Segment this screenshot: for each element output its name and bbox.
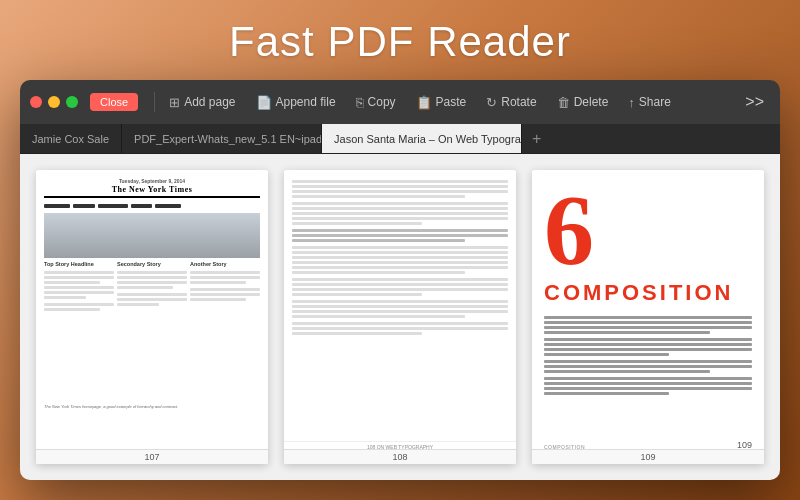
p108-b7-l2 bbox=[292, 327, 508, 330]
nyt-col2-l1 bbox=[117, 271, 187, 274]
append-file-icon: 📄 bbox=[256, 95, 272, 110]
p108-b5-l3 bbox=[292, 288, 508, 291]
nyt-col3-l4 bbox=[190, 288, 260, 291]
delete-button[interactable]: 🗑 Delete bbox=[549, 91, 617, 114]
comp-l1 bbox=[544, 316, 752, 319]
p108-block6 bbox=[292, 300, 508, 318]
p108-l1 bbox=[292, 180, 508, 183]
share-label: Share bbox=[639, 95, 671, 109]
p108-b4-l5 bbox=[292, 266, 508, 269]
nyt-col1-l3 bbox=[44, 281, 100, 284]
nyt-line bbox=[44, 204, 70, 208]
p108-block2 bbox=[292, 202, 508, 225]
p108-b4-l4 bbox=[292, 261, 508, 264]
close-button[interactable]: Close bbox=[90, 93, 138, 111]
nyt-col1-l7 bbox=[44, 303, 114, 306]
p108-l4 bbox=[292, 195, 465, 198]
p108-b7-l3 bbox=[292, 332, 422, 335]
p108-b7-l1 bbox=[292, 322, 508, 325]
copy-button[interactable]: ⎘ Copy bbox=[348, 91, 404, 114]
p108-block3 bbox=[292, 229, 508, 242]
nyt-col1-l4 bbox=[44, 286, 114, 289]
nyt-col2-l2 bbox=[117, 276, 187, 279]
nyt-col3-l5 bbox=[190, 293, 260, 296]
p108-b4-l3 bbox=[292, 256, 508, 259]
nyt-col3-title: Another Story bbox=[190, 261, 260, 269]
tab-jason-santa-maria[interactable]: Jason Santa Maria – On Web Typogra... ✕ bbox=[322, 124, 522, 153]
nyt-col2-l6 bbox=[117, 298, 187, 301]
app-window: Close ⊞ Add page 📄 Append file ⎘ Copy 📋 … bbox=[20, 80, 780, 480]
comp-l14 bbox=[544, 387, 752, 390]
nyt-col-1: Top Story Headline bbox=[44, 261, 114, 401]
p108-b4-l2 bbox=[292, 251, 508, 254]
nyt-columns: Top Story Headline Secondary Story bbox=[44, 261, 260, 401]
page-preview-109: 6 COMPOSITION bbox=[532, 170, 764, 464]
nyt-col2-l4 bbox=[117, 286, 173, 289]
page-109-number-bar: 109 bbox=[532, 449, 764, 464]
tab-pdf-expert[interactable]: PDF_Expert-Whats_new_5.1 EN~ipad ✕ bbox=[122, 124, 322, 153]
copy-icon: ⎘ bbox=[356, 95, 364, 110]
comp-l15 bbox=[544, 392, 669, 395]
nyt-col1-title: Top Story Headline bbox=[44, 261, 114, 269]
p108-b6-l2 bbox=[292, 305, 508, 308]
nyt-line2 bbox=[73, 204, 95, 208]
nyt-col3-l3 bbox=[190, 281, 246, 284]
toolbar: Close ⊞ Add page 📄 Append file ⎘ Copy 📋 … bbox=[20, 80, 780, 124]
rotate-icon: ↻ bbox=[486, 95, 497, 110]
traffic-lights bbox=[30, 96, 78, 108]
p108-b4-l6 bbox=[292, 271, 465, 274]
page-107-content: Tuesday, September 9, 2014 The New York … bbox=[36, 170, 268, 464]
comp-l12 bbox=[544, 377, 752, 380]
app-title-text: Fast PDF Reader bbox=[0, 0, 800, 80]
page-108-para bbox=[292, 180, 508, 198]
add-page-icon: ⊞ bbox=[169, 95, 180, 110]
nyt-col2-l7 bbox=[117, 303, 159, 306]
nyt-caption: The New York Times homepage, a good exam… bbox=[44, 404, 260, 409]
comp-l9 bbox=[544, 360, 752, 363]
nyt-col-3: Another Story bbox=[190, 261, 260, 401]
comp-l2 bbox=[544, 321, 752, 324]
comp-l5 bbox=[544, 338, 752, 341]
rotate-label: Rotate bbox=[501, 95, 536, 109]
p108-l3 bbox=[292, 190, 508, 193]
nyt-col-2: Secondary Story bbox=[117, 261, 187, 401]
tab-jamie-cox[interactable]: Jamie Cox Sale bbox=[20, 124, 122, 153]
nyt-image-placeholder bbox=[44, 213, 260, 258]
more-button[interactable]: >> bbox=[739, 93, 770, 111]
append-file-button[interactable]: 📄 Append file bbox=[248, 91, 344, 114]
tab-label-1: Jamie Cox Sale bbox=[32, 133, 109, 145]
p108-b5-l1 bbox=[292, 278, 508, 281]
new-tab-button[interactable]: + bbox=[522, 124, 551, 153]
nyt-col3-l6 bbox=[190, 298, 246, 301]
share-icon: ↑ bbox=[628, 95, 635, 110]
share-button[interactable]: ↑ Share bbox=[620, 91, 679, 114]
nyt-col2-title: Secondary Story bbox=[117, 261, 187, 269]
paste-button[interactable]: 📋 Paste bbox=[408, 91, 475, 114]
p108-b6-l1 bbox=[292, 300, 508, 303]
nyt-col1-l2 bbox=[44, 276, 114, 279]
traffic-light-green[interactable] bbox=[66, 96, 78, 108]
p108-b3-l2 bbox=[292, 234, 508, 237]
p108-b6-l4 bbox=[292, 315, 465, 318]
page-108-content bbox=[284, 170, 516, 464]
p108-b5-l4 bbox=[292, 293, 422, 296]
composition-body bbox=[532, 306, 764, 405]
p108-b5-l2 bbox=[292, 283, 508, 286]
comp-l3 bbox=[544, 326, 752, 329]
add-page-button[interactable]: ⊞ Add page bbox=[161, 91, 243, 114]
page-preview-108: 108 ON WEB TYPOGRAPHY 108 bbox=[284, 170, 516, 464]
traffic-light-yellow[interactable] bbox=[48, 96, 60, 108]
nyt-col1-l5 bbox=[44, 291, 114, 294]
add-page-label: Add page bbox=[184, 95, 235, 109]
nyt-col3-l2 bbox=[190, 276, 260, 279]
paste-label: Paste bbox=[436, 95, 467, 109]
append-file-label: Append file bbox=[276, 95, 336, 109]
p108-b2-l1 bbox=[292, 202, 508, 205]
p108-b2-l2 bbox=[292, 207, 508, 210]
nyt-line5 bbox=[155, 204, 181, 208]
comp-l13 bbox=[544, 382, 752, 385]
toolbar-separator-1 bbox=[154, 92, 155, 112]
traffic-light-red[interactable] bbox=[30, 96, 42, 108]
nyt-col1-l1 bbox=[44, 271, 114, 274]
rotate-button[interactable]: ↻ Rotate bbox=[478, 91, 544, 114]
